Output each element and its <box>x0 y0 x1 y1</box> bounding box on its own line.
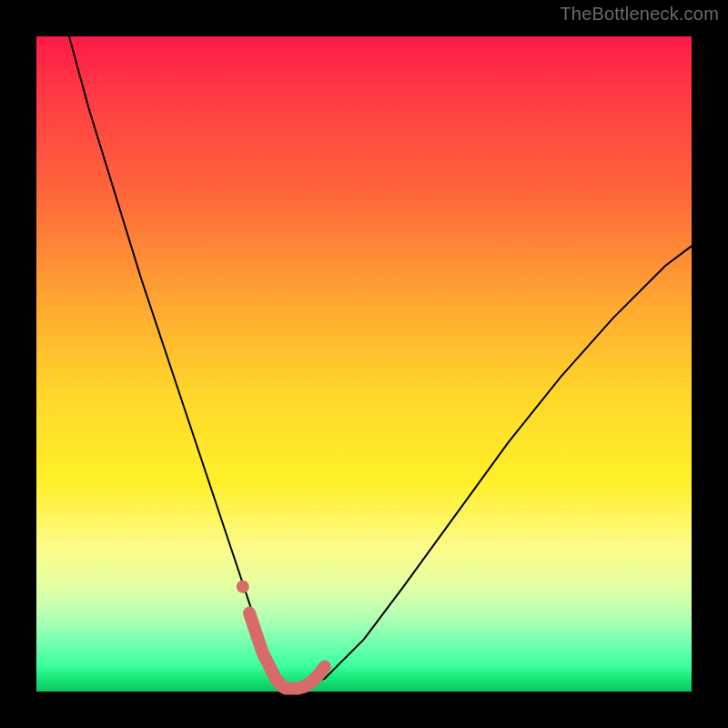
bottleneck-curve <box>69 36 692 688</box>
chart-frame: TheBottleneck.com <box>0 0 728 728</box>
optimal-zone-marker <box>249 613 325 689</box>
watermark-text: TheBottleneck.com <box>560 4 719 25</box>
plot-area <box>36 36 692 692</box>
chart-svg <box>36 36 692 692</box>
isolated-dot <box>237 581 249 593</box>
